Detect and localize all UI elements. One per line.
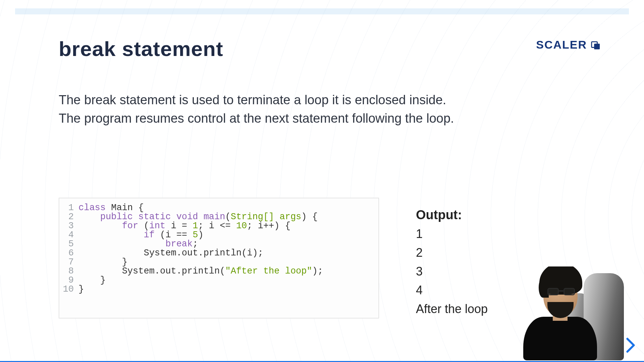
code-text: break; — [78, 240, 198, 249]
line-number: 8 — [59, 267, 78, 276]
slide-title: break statement — [59, 37, 617, 61]
line-number: 5 — [59, 240, 78, 249]
code-line: 9 } — [59, 276, 373, 285]
code-line: 1class Main { — [59, 203, 373, 213]
description-line-2: The program resumes control at the next … — [59, 109, 617, 128]
line-number: 1 — [59, 203, 78, 213]
output-line: 1 — [416, 227, 488, 241]
code-text: class Main { — [78, 203, 144, 213]
line-number: 9 — [59, 276, 78, 285]
line-number: 2 — [59, 213, 78, 222]
slide-description: The break statement is used to terminate… — [59, 91, 617, 128]
output-line: 4 — [416, 283, 488, 297]
code-text: } — [78, 285, 84, 294]
output-lines: 1234After the loop — [416, 227, 488, 316]
next-slide-button[interactable] — [624, 335, 637, 355]
code-text: } — [78, 276, 106, 285]
description-line-1: The break statement is used to terminate… — [59, 91, 617, 109]
slide-top-bar — [15, 8, 629, 14]
line-number: 7 — [59, 258, 78, 267]
line-number: 10 — [59, 285, 78, 294]
code-text: if (i == 5) — [78, 231, 204, 240]
presenter-webcam — [523, 266, 624, 360]
chevron-right-icon — [626, 337, 636, 353]
code-line: 3 for (int i = 1; i <= 10; i++) { — [59, 222, 373, 231]
output-title: Output: — [416, 208, 488, 222]
line-number: 6 — [59, 249, 78, 258]
code-line: 4 if (i == 5) — [59, 231, 373, 240]
code-line: 7 } — [59, 258, 373, 267]
output-line: 3 — [416, 264, 488, 279]
code-line: 5 break; — [59, 240, 373, 249]
code-line: 6 System.out.println(i); — [59, 249, 373, 258]
code-line: 8 System.out.println("After the loop"); — [59, 267, 373, 276]
code-text: System.out.println(i); — [78, 249, 263, 258]
output-line: After the loop — [416, 302, 488, 316]
code-text: System.out.println("After the loop"); — [78, 267, 323, 276]
presenter — [523, 270, 597, 360]
code-block: 1class Main {2 public static void main(S… — [59, 198, 379, 318]
code-line: 10} — [59, 285, 373, 294]
line-number: 4 — [59, 231, 78, 240]
code-text: } — [78, 258, 127, 267]
code-text: public static void main(String[] args) { — [78, 213, 318, 222]
output-line: 2 — [416, 246, 488, 260]
code-line: 2 public static void main(String[] args)… — [59, 213, 373, 222]
output-block: Output: 1234After the loop — [416, 208, 488, 316]
code-text: for (int i = 1; i <= 10; i++) { — [78, 222, 290, 231]
line-number: 3 — [59, 222, 78, 231]
